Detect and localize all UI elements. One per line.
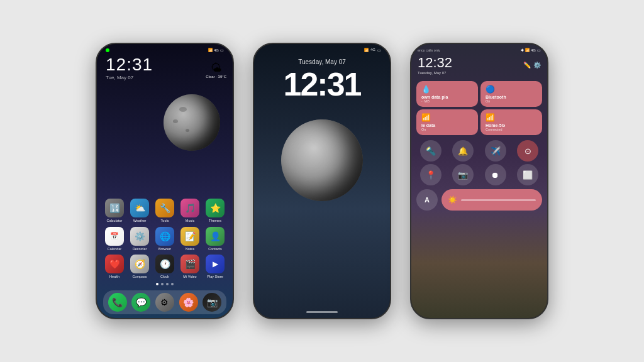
mivideo-icon: 🎬 bbox=[180, 255, 199, 273]
app-label-compass: Compass bbox=[132, 275, 147, 279]
flashlight-btn[interactable]: 🔦 bbox=[420, 140, 441, 162]
app-label-mivideo: Mi Video bbox=[183, 275, 196, 279]
notes-icon: 📝 bbox=[180, 227, 199, 246]
weather-app-icon: ⛅ bbox=[130, 199, 149, 217]
calculator-icon: 🔢 bbox=[105, 199, 124, 217]
app-browser[interactable]: 🌐 Browser bbox=[153, 227, 177, 251]
app-row-3: ❤️ Health 🧭 Compass 🕐 Clock 🎬 Mi Video ▶ bbox=[102, 255, 228, 279]
phone1-status-left bbox=[106, 48, 109, 52]
text-size-label: A bbox=[425, 196, 430, 204]
wifi-icon: 📶 bbox=[486, 113, 537, 122]
app-label-music: Music bbox=[186, 219, 194, 223]
control-tiles-grid: 💧 own data pla ·· MB 🔵 Bluetooth On 📶 le… bbox=[411, 79, 547, 138]
app-grid: 🔢 Calculator ⛅ Weather 🔧 Tools 🎵 Music ⭐ bbox=[97, 199, 233, 287]
weather-text: Clear · 39°C bbox=[206, 75, 226, 79]
app-compass[interactable]: 🧭 Compass bbox=[128, 255, 152, 279]
brightness-icon: ☀️ bbox=[448, 195, 457, 204]
app-mivideo[interactable]: 🎬 Mi Video bbox=[178, 255, 202, 279]
dock-messages[interactable]: 💬 bbox=[131, 293, 150, 312]
green-dot-icon bbox=[106, 48, 109, 52]
network-label: 4G bbox=[214, 48, 219, 52]
app-notes[interactable]: 📝 Notes bbox=[178, 227, 202, 251]
contacts-icon: 👤 bbox=[206, 227, 225, 246]
health-icon: ❤️ bbox=[105, 255, 124, 273]
app-contacts[interactable]: 👤 Contacts bbox=[203, 227, 227, 251]
camera-ctrl-btn[interactable]: 📷 bbox=[452, 164, 474, 185]
bell-btn[interactable]: 🔔 bbox=[452, 140, 474, 162]
location-btn[interactable]: 📍 bbox=[420, 164, 441, 185]
phone3-signal: 📶 bbox=[525, 48, 530, 52]
weather-badge: 🌤 Clear · 39°C bbox=[206, 62, 226, 79]
phone2-screen: 📶 4G ▭ Tuesday, May 07 12:31 bbox=[254, 44, 390, 318]
phone3-date: Tuesday, May 07 bbox=[418, 71, 452, 75]
themes-icon: ⭐ bbox=[206, 199, 225, 217]
dot-4 bbox=[171, 283, 174, 285]
mobile-data-icon: 📶 bbox=[421, 113, 473, 122]
calendar-icon: 📅 bbox=[105, 227, 124, 246]
app-label-recorder: Recorder bbox=[133, 247, 147, 251]
signal-icon: 📶 bbox=[208, 48, 213, 52]
dock-themes[interactable]: 🌸 bbox=[179, 293, 198, 312]
phone3-screen: ency calls only ✱ 📶 4G ▭ 12:32 Tuesday, … bbox=[411, 44, 547, 318]
dot-2 bbox=[161, 283, 164, 285]
app-themes[interactable]: ⭐ Themes bbox=[203, 199, 227, 223]
screenshot-btn[interactable]: ⬜ bbox=[517, 164, 538, 185]
phone2-time: 12:31 bbox=[284, 68, 361, 101]
app-music[interactable]: 🎵 Music bbox=[178, 199, 202, 223]
wifi-sub: Connected bbox=[486, 128, 537, 131]
app-clock[interactable]: 🕐 Clock bbox=[153, 255, 177, 279]
phone2-signal: 📶 bbox=[364, 48, 369, 52]
brightness-slider[interactable]: ☀️ bbox=[441, 189, 542, 211]
mobile-data-sub: On bbox=[421, 128, 473, 131]
app-label-tools: Tools bbox=[161, 219, 169, 223]
slider-track bbox=[461, 199, 536, 201]
bluetooth-title: Bluetooth bbox=[486, 95, 537, 99]
app-weather[interactable]: ⛅ Weather bbox=[128, 199, 152, 223]
wifi-tile[interactable]: 📶 Home-5G Connected bbox=[480, 109, 542, 135]
phone2-network: 4G bbox=[370, 48, 375, 52]
moon-crater-2 bbox=[173, 119, 178, 123]
text-size-btn[interactable]: A bbox=[416, 189, 438, 211]
app-recorder[interactable]: ⚙️ Recorder bbox=[128, 227, 152, 251]
bluetooth-tile[interactable]: 🔵 Bluetooth On bbox=[480, 81, 542, 107]
moon-image-1 bbox=[164, 94, 220, 151]
phone3-status-left: ency calls only bbox=[418, 48, 440, 52]
phone3-status-right: ✱ 📶 4G ▭ bbox=[521, 48, 541, 52]
app-calculator[interactable]: 🔢 Calculator bbox=[103, 199, 126, 223]
app-health[interactable]: ❤️ Health bbox=[103, 255, 126, 279]
app-playstore[interactable]: ▶ Play Store bbox=[203, 255, 227, 279]
mobile-data-tile[interactable]: 📶 le data On bbox=[416, 109, 478, 135]
phone3-gear-icon[interactable]: ⚙️ bbox=[533, 62, 541, 69]
phone3-battery: ▭ bbox=[537, 48, 541, 52]
data-plan-title: own data pla bbox=[421, 95, 473, 99]
app-row-2: 📅 Calendar ⚙️ Recorder 🌐 Browser 📝 Notes… bbox=[102, 227, 228, 251]
phone1-status-bar: 📶 4G ▭ bbox=[97, 44, 233, 53]
airplane-btn[interactable]: ✈️ bbox=[485, 140, 506, 162]
dot-3 bbox=[166, 283, 169, 285]
tools-icon: 🔧 bbox=[155, 199, 174, 217]
record-btn[interactable]: ⏺ bbox=[485, 164, 506, 185]
playstore-icon: ▶ bbox=[206, 255, 225, 273]
dock-settings[interactable]: ⚙ bbox=[155, 293, 174, 312]
phone2-status-bar: 📶 4G ▭ bbox=[254, 44, 390, 53]
dnd-btn[interactable]: ⊙ bbox=[517, 140, 538, 162]
phone2-battery: ▭ bbox=[377, 48, 381, 52]
moon-image-2 bbox=[281, 119, 363, 201]
app-calendar[interactable]: 📅 Calendar bbox=[103, 227, 126, 251]
app-tools[interactable]: 🔧 Tools bbox=[153, 199, 177, 223]
app-row-1: 🔢 Calculator ⛅ Weather 🔧 Tools 🎵 Music ⭐ bbox=[102, 199, 228, 223]
compass-icon: 🧭 bbox=[130, 255, 149, 273]
clock-icon: 🕐 bbox=[155, 255, 174, 273]
data-plan-tile[interactable]: 💧 own data pla ·· MB bbox=[416, 81, 478, 107]
app-label-health: Health bbox=[109, 275, 119, 279]
music-icon: 🎵 bbox=[180, 199, 199, 217]
round-buttons-row2: 📍 📷 ⏺ ⬜ bbox=[411, 164, 547, 185]
bluetooth-icon: 🔵 bbox=[486, 85, 537, 94]
dock-phone[interactable]: 📞 bbox=[108, 293, 127, 312]
dock-camera[interactable]: 📷 bbox=[203, 293, 221, 312]
wifi-title: Home-5G bbox=[486, 123, 537, 128]
app-label-clock: Clock bbox=[160, 275, 169, 279]
phone3-edit-icon[interactable]: ✏️ bbox=[523, 62, 531, 69]
app-label-playstore: Play Store bbox=[207, 275, 223, 279]
phone3-time: 12:32 bbox=[418, 55, 452, 71]
